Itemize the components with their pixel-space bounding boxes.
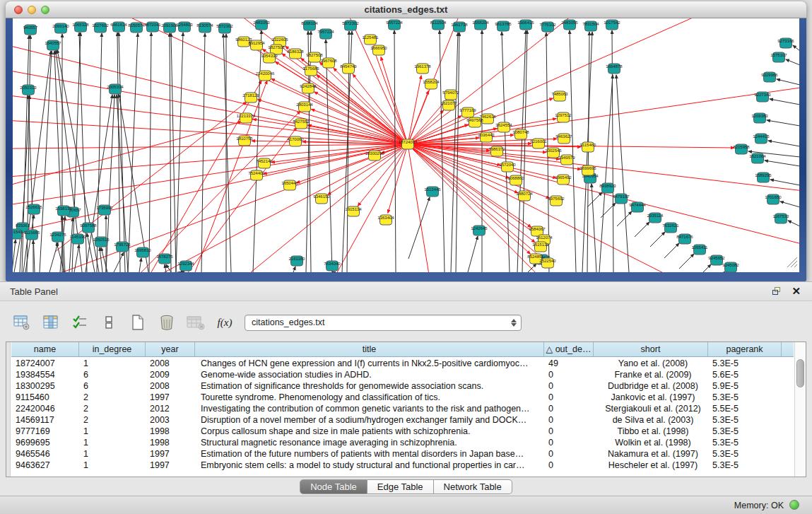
scrollbar-thumb[interactable]: [796, 359, 804, 387]
column-header-in_degree[interactable]: in_degree: [79, 342, 146, 357]
close-icon[interactable]: ✕: [792, 285, 801, 298]
graph-node-label: 1650440: [281, 181, 298, 185]
tab-node-table[interactable]: Node Table: [300, 479, 367, 494]
tab-network-table[interactable]: Network Table: [434, 479, 512, 494]
canvas-resize-gripper: [787, 257, 797, 267]
graph-node-label: 940557: [23, 25, 38, 30]
table-row[interactable]: 977716911998Corpus callosum shape and si…: [11, 426, 794, 437]
table-cell: 1: [79, 437, 146, 448]
graph-node-label: 1810755: [236, 136, 253, 141]
table-row[interactable]: 969969511998Structural magnetic resonanc…: [11, 437, 794, 448]
toggle-rows-icon[interactable]: [100, 314, 118, 331]
table-cell: 5.6E-5: [708, 369, 782, 380]
zoom-window-icon[interactable]: [41, 6, 49, 14]
column-header-title[interactable]: title: [195, 342, 544, 357]
graph-node-label: 2161180: [289, 257, 306, 261]
table-cell: 5.3E-5: [708, 448, 782, 460]
table-cell: 9463627: [11, 460, 79, 471]
select-stepper-icon: [510, 317, 517, 329]
float-window-icon[interactable]: [772, 287, 782, 296]
graph-node-label: 1678275: [156, 255, 173, 259]
graph-node-label: 9245082: [722, 263, 739, 267]
minimize-window-icon[interactable]: [28, 6, 36, 14]
new-table-icon[interactable]: [129, 314, 147, 331]
graph-node-label: 8938923: [599, 184, 616, 188]
select-columns-icon[interactable]: [71, 314, 89, 331]
close-window-icon[interactable]: [14, 6, 23, 14]
table-cell: 2003: [146, 414, 195, 426]
table-cell: 0: [544, 392, 594, 403]
table-row[interactable]: 1872400712008Changes of HCN gene express…: [11, 358, 794, 369]
table-body: 1872400712008Changes of HCN gene express…: [11, 358, 794, 477]
table-cell: 18724007: [11, 358, 79, 369]
graph-node-label: 7986372: [488, 147, 505, 151]
column-header-year[interactable]: year: [146, 342, 195, 357]
column-header-name[interactable]: name: [11, 342, 79, 357]
graph-node-label: 1975692: [548, 197, 565, 201]
table-cell: 2008: [146, 380, 195, 392]
table-row[interactable]: 1830029562008Estimation of significance …: [11, 380, 794, 392]
table-options-icon[interactable]: [13, 314, 31, 331]
table-row[interactable]: 946362711997Embryonic stem cells: a mode…: [11, 460, 794, 471]
table-cell: Jankovic et al. (1997): [594, 392, 708, 403]
window-titlebar[interactable]: citations_edges.txt: [6, 1, 806, 18]
table-cell: 0: [544, 437, 594, 448]
desktop: citations_edges.txt 94055720691401065328…: [0, 0, 812, 514]
graph-node-label: 9273166: [777, 39, 794, 43]
graph-node-label: 7775102: [539, 23, 556, 27]
column-header-pagerank[interactable]: pagerank: [708, 342, 782, 357]
table-cell: Disruption of a novel member of a sodium…: [195, 414, 544, 426]
table-cell: Changes of HCN gene expression and I(f) …: [195, 358, 544, 369]
table-cell: 0: [544, 426, 594, 437]
graph-node-label: 1350515: [93, 238, 110, 242]
table-select[interactable]: citations_edges.txt: [245, 315, 522, 331]
network-canvas[interactable]: 9405572069140106532815276026461614815057…: [13, 18, 799, 272]
graph-node-label: 1575107: [770, 53, 787, 57]
table-panel-header: Table Panel ✕: [0, 282, 812, 301]
column-header-short[interactable]: short: [594, 342, 708, 357]
table-cell: Embryonic stem cells: a model to study s…: [195, 460, 544, 471]
table-cell: 2: [79, 414, 146, 426]
graph-node-label: 1242645: [471, 226, 488, 230]
table-row[interactable]: 946554611997Estimation of the future num…: [11, 448, 794, 460]
graph-node-label: 1054339: [261, 54, 278, 58]
graph-node-label: 1167533: [773, 214, 790, 218]
table-panel-title: Table Panel: [10, 286, 58, 297]
table-row[interactable]: 2242004622012Investigating the contribut…: [11, 403, 794, 414]
window-title: citations_edges.txt: [6, 4, 806, 15]
vertical-scrollbar[interactable]: [794, 342, 806, 477]
graph-node-label: 1589295: [755, 173, 772, 177]
graph-node-label: 1244415: [753, 134, 770, 139]
table-cell: Structural magnetic resonance image aver…: [195, 437, 544, 448]
graph-node-label: 2526615: [25, 205, 42, 209]
table-cell: Nakamura et al. (1997): [594, 448, 708, 460]
tab-edge-table[interactable]: Edge Table: [367, 479, 434, 494]
graph-node-label: 6461614: [110, 23, 127, 27]
table-cell: 5.3E-5: [708, 437, 782, 448]
table-row[interactable]: 1938455462009Genome-wide association stu…: [11, 369, 794, 380]
graph-node-label: 18724007: [399, 140, 418, 144]
delete-table-icon[interactable]: [187, 314, 205, 331]
table-row[interactable]: 911546021997Tourette syndrome. Phenomeno…: [11, 392, 794, 403]
graph-node-label: 8427552: [293, 119, 310, 124]
table-cell: 1: [79, 358, 146, 369]
graph-node-label: 391540: [13, 230, 23, 234]
table-cell: 1998: [146, 426, 195, 437]
table-cell: 22420046: [11, 403, 79, 414]
graph-node-label: 8186328: [287, 49, 304, 54]
function-builder-icon[interactable]: f(x): [216, 314, 234, 331]
graph-node-label: 9557224: [386, 21, 403, 25]
graph-node-label: 1621064: [749, 154, 766, 158]
show-columns-icon[interactable]: [42, 314, 60, 331]
table-cell: 2: [79, 403, 146, 414]
network-canvas-svg[interactable]: 9405572069140106532815276026461614815057…: [13, 18, 799, 272]
graph-node-label: 9872041: [144, 23, 161, 27]
table-row[interactable]: 1456911722003Disruption of a novel membe…: [11, 414, 794, 426]
table-cell: Genome-wide association studies in ADHD.: [195, 369, 544, 380]
network-window: citations_edges.txt 94055720691401065328…: [6, 1, 806, 281]
graph-node-label: 1795725: [114, 243, 131, 247]
table-cell: 6: [79, 369, 146, 380]
graph-node-label: 1145190: [70, 235, 87, 239]
delete-icon[interactable]: [158, 314, 176, 331]
column-header-out_degree[interactable]: △ out_de…: [544, 342, 594, 357]
